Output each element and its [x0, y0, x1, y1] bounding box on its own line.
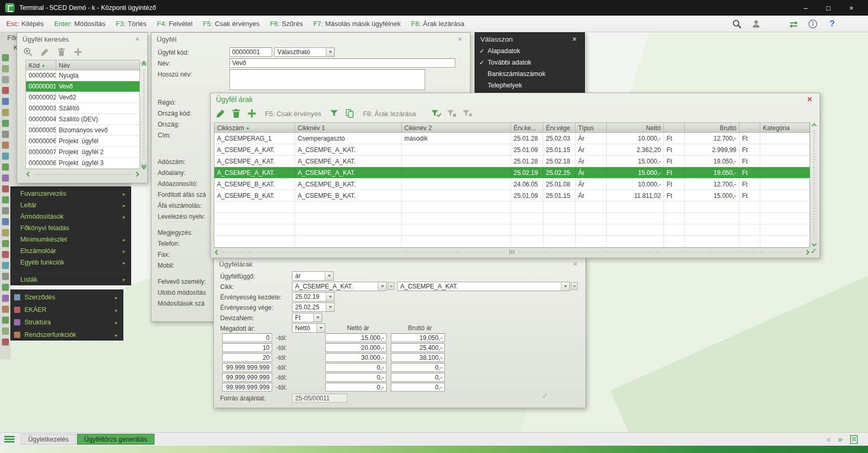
function-key-hint[interactable]: Esc:Kilépés: [6, 20, 44, 28]
taskbar-tab[interactable]: Ügyféltörzs generálás: [77, 434, 155, 445]
help-icon[interactable]: ?: [826, 18, 838, 30]
column-header-code[interactable]: Kód▲: [26, 60, 56, 70]
column-header-valid-to[interactable]: Érv.vége: [543, 123, 576, 132]
customer-form-titlebar[interactable]: Ügyfél ×: [151, 33, 470, 45]
function-key-hint[interactable]: F5:Csak érvényes: [203, 20, 260, 28]
navigate-forward-icon[interactable]: »: [838, 435, 843, 444]
title-bar[interactable]: Terminal - 5CED Demó - k - Központi ügyi…: [0, 0, 868, 16]
add-icon[interactable]: [246, 108, 258, 119]
gross-price-input[interactable]: [391, 383, 445, 392]
scrollbar-grip[interactable]: III: [509, 249, 515, 255]
chevron-down-icon[interactable]: [316, 324, 325, 332]
module-icon[interactable]: [2, 273, 9, 280]
column-header-category[interactable]: Kategória: [760, 123, 810, 132]
module-icon[interactable]: [2, 65, 9, 72]
customer-name-input[interactable]: [229, 58, 455, 68]
module-icon[interactable]: [2, 251, 9, 258]
customer-row[interactable]: 00000005 Bizományos vevő: [26, 125, 139, 136]
module-icon[interactable]: [2, 174, 9, 181]
module-icon[interactable]: [2, 306, 9, 312]
filter-icon[interactable]: [328, 108, 340, 119]
delete-icon[interactable]: [56, 46, 67, 58]
module-icon[interactable]: [2, 207, 9, 214]
customer-dependent-select[interactable]: ár: [292, 271, 334, 281]
confirm-check-icon[interactable]: ✓: [542, 391, 548, 400]
user-icon[interactable]: [750, 18, 762, 30]
menu-item[interactable]: Főkönyvi feladás ▸: [11, 222, 131, 234]
module-icon[interactable]: [2, 120, 9, 127]
module-icon[interactable]: [2, 240, 9, 247]
customer-code-input[interactable]: [229, 47, 272, 57]
close-icon[interactable]: ×: [455, 34, 465, 44]
vertical-scrollbar[interactable]: [810, 122, 818, 247]
module-icon[interactable]: [2, 87, 9, 94]
customer-row[interactable]: 00000007 Projekt ügyfél 2: [26, 147, 139, 158]
function-key-hint[interactable]: F8:Árak lezárása: [411, 20, 464, 28]
menu-item[interactable]: EKÁER ▸: [11, 304, 123, 316]
price-detail-titlebar[interactable]: Ügyfélárak ×: [214, 258, 585, 270]
gross-price-input[interactable]: [391, 333, 445, 342]
price-row[interactable]: A_CSEMPERAG_1 Csemperagasztó második 25.…: [214, 133, 810, 144]
menu-item[interactable]: Szerződés ▸: [11, 291, 123, 304]
currency-select[interactable]: Ft: [292, 313, 322, 322]
horizontal-scrollbar[interactable]: [25, 170, 140, 178]
price-row[interactable]: A_CSEMPE_A_KAT. A_CSEMPE_A_KAT. 25.02.19…: [214, 167, 810, 179]
net-price-input[interactable]: [325, 363, 387, 372]
item-code-lookup-button[interactable]: [388, 282, 394, 290]
module-icon[interactable]: [2, 229, 9, 236]
edit-icon[interactable]: [39, 46, 50, 58]
menu-item[interactable]: Listák ▸: [11, 273, 131, 285]
customer-row[interactable]: 00000006 Projekt ügyfél: [26, 136, 139, 147]
module-icon[interactable]: [2, 317, 9, 323]
close-icon[interactable]: ×: [570, 34, 579, 44]
customer-row[interactable]: 00000008 Projekt ügyfél 3: [26, 158, 139, 169]
chevron-down-icon[interactable]: [326, 293, 334, 301]
price-row-empty[interactable]: [214, 202, 810, 213]
customer-search-titlebar[interactable]: Ügyfél keresés ×: [17, 33, 147, 45]
only-valid-hint[interactable]: F5: Csak érvényes: [265, 110, 321, 118]
customer-row[interactable]: 00000001 Vevő: [26, 81, 139, 92]
confirm-check-icon[interactable]: ✓: [810, 246, 817, 256]
valid-from-select[interactable]: 25.02.19: [292, 292, 335, 301]
taskbar-tab[interactable]: Ügyletkezelés: [21, 434, 76, 445]
chevron-down-icon[interactable]: [325, 272, 333, 280]
minimize-button[interactable]: –: [794, 0, 817, 16]
net-price-input[interactable]: [325, 383, 387, 392]
chooser-titlebar[interactable]: Válasszon ×: [475, 33, 584, 45]
module-icon[interactable]: [2, 218, 9, 225]
quantity-threshold-input[interactable]: [222, 333, 272, 342]
delete-icon[interactable]: [231, 108, 242, 119]
column-header-name2[interactable]: Cikknév 2: [402, 123, 511, 132]
module-icon[interactable]: [2, 295, 9, 301]
function-key-hint[interactable]: F4:Felvétel: [157, 20, 193, 28]
customer-row[interactable]: 00000003 Szállító: [26, 103, 139, 114]
column-header-type[interactable]: Típus: [576, 123, 607, 132]
swap-arrows-icon[interactable]: [788, 18, 799, 30]
module-icon[interactable]: [2, 196, 9, 203]
navigate-back-icon[interactable]: «: [826, 435, 831, 444]
filter-apply-icon[interactable]: [430, 108, 442, 119]
module-icon[interactable]: [2, 131, 9, 137]
close-prices-hint[interactable]: F8: Árak lezárása: [363, 110, 416, 118]
customer-code-mode-select[interactable]: Választható: [274, 47, 335, 57]
net-price-input[interactable]: [325, 373, 387, 382]
menu-item[interactable]: Minimumkészlet ▸: [11, 234, 131, 245]
add-icon[interactable]: [72, 46, 84, 58]
function-key-hint[interactable]: F6:Szűrés: [270, 20, 303, 28]
chevron-down-icon[interactable]: [561, 282, 569, 291]
item-name-select[interactable]: A_CSEMPE_A_KAT.: [397, 282, 570, 291]
module-icon[interactable]: [2, 76, 9, 83]
item-code-select[interactable]: A_CSEMPE_A_KAT.: [292, 282, 387, 291]
menu-item[interactable]: Struktúra ▸: [11, 316, 123, 329]
quantity-threshold-input[interactable]: [222, 343, 272, 352]
module-icon[interactable]: [2, 338, 9, 345]
column-header-name[interactable]: Név: [56, 60, 139, 70]
item-name-lookup-button[interactable]: [571, 282, 578, 290]
function-key-hint[interactable]: F3:Törlés: [116, 20, 147, 28]
chooser-item[interactable]: ✓ Telephelyek: [475, 80, 584, 91]
price-row-empty[interactable]: [214, 236, 810, 247]
module-icon[interactable]: [2, 163, 9, 170]
price-row[interactable]: A_CSEMPE_B_KAT. A_CSEMPE_B_KAT. 24.06.05…: [214, 179, 810, 190]
price-row[interactable]: A_CSEMPE_A_KAT. A_CSEMPE_A_KAT. 25.01.09…: [214, 144, 810, 156]
gross-price-input[interactable]: [391, 343, 445, 352]
